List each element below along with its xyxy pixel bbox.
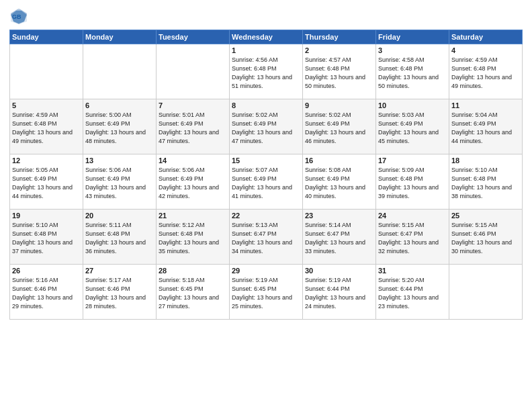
calendar-cell: 19Sunrise: 5:10 AMSunset: 6:48 PMDayligh… [10,210,83,265]
calendar-cell: 12Sunrise: 5:05 AMSunset: 6:49 PMDayligh… [10,154,83,210]
day-number: 2 [305,46,373,54]
day-info: Sunrise: 5:03 AMSunset: 6:49 PMDaylight:… [378,111,447,146]
calendar-cell [83,44,157,99]
calendar-cell: 31Sunrise: 5:20 AMSunset: 6:44 PMDayligh… [376,265,449,320]
day-info: Sunrise: 5:02 AMSunset: 6:49 PMDaylight:… [305,111,373,146]
day-number: 5 [12,101,81,109]
calendar-cell: 23Sunrise: 5:14 AMSunset: 6:47 PMDayligh… [303,210,376,265]
calendar-cell: 14Sunrise: 5:06 AMSunset: 6:49 PMDayligh… [157,154,230,210]
calendar-cell: 21Sunrise: 5:12 AMSunset: 6:48 PMDayligh… [157,210,230,265]
day-info: Sunrise: 5:13 AMSunset: 6:47 PMDaylight:… [232,221,300,256]
day-info: Sunrise: 5:10 AMSunset: 6:48 PMDaylight:… [12,221,81,256]
calendar-cell: 18Sunrise: 5:10 AMSunset: 6:48 PMDayligh… [449,154,523,210]
calendar-cell: 1Sunrise: 4:56 AMSunset: 6:48 PMDaylight… [230,44,303,99]
weekday-header: Monday [83,30,157,44]
calendar-cell: 11Sunrise: 5:04 AMSunset: 6:49 PMDayligh… [449,99,523,154]
day-number: 30 [305,267,373,275]
weekday-row: SundayMondayTuesdayWednesdayThursdayFrid… [10,30,523,44]
day-number: 19 [12,212,81,220]
day-number: 24 [378,212,447,220]
day-info: Sunrise: 5:07 AMSunset: 6:49 PMDaylight:… [232,166,300,201]
page-container: GB SundayMondayTuesdayWednesdayThursdayF… [0,0,532,411]
day-number: 8 [232,101,300,109]
day-number: 23 [305,212,373,220]
day-info: Sunrise: 4:56 AMSunset: 6:48 PMDaylight:… [232,56,300,91]
day-number: 16 [305,156,373,165]
day-info: Sunrise: 5:06 AMSunset: 6:49 PMDaylight:… [159,166,227,201]
day-info: Sunrise: 5:11 AMSunset: 6:48 PMDaylight:… [85,221,154,256]
day-number: 3 [378,46,447,54]
day-info: Sunrise: 4:57 AMSunset: 6:48 PMDaylight:… [305,56,373,91]
day-info: Sunrise: 5:05 AMSunset: 6:49 PMDaylight:… [12,166,81,201]
day-number: 15 [232,156,300,165]
calendar-cell: 4Sunrise: 4:59 AMSunset: 6:48 PMDaylight… [449,44,523,99]
day-number: 14 [159,156,227,165]
day-info: Sunrise: 5:19 AMSunset: 6:45 PMDaylight:… [232,276,300,311]
calendar-header: SundayMondayTuesdayWednesdayThursdayFrid… [10,30,523,44]
day-number: 22 [232,212,300,220]
day-info: Sunrise: 5:02 AMSunset: 6:49 PMDaylight:… [232,111,300,146]
logo-icon: GB [9,7,28,26]
calendar-week-row: 5Sunrise: 4:59 AMSunset: 6:48 PMDaylight… [10,99,523,154]
day-info: Sunrise: 5:15 AMSunset: 6:46 PMDaylight:… [451,221,520,256]
day-info: Sunrise: 5:01 AMSunset: 6:49 PMDaylight:… [159,111,227,146]
calendar-cell [449,265,523,320]
calendar-cell: 5Sunrise: 4:59 AMSunset: 6:48 PMDaylight… [10,99,83,154]
day-info: Sunrise: 4:58 AMSunset: 6:48 PMDaylight:… [378,56,447,91]
day-number: 4 [451,46,520,54]
calendar-week-row: 12Sunrise: 5:05 AMSunset: 6:49 PMDayligh… [10,154,523,210]
calendar-cell: 7Sunrise: 5:01 AMSunset: 6:49 PMDaylight… [157,99,230,154]
calendar-cell: 9Sunrise: 5:02 AMSunset: 6:49 PMDaylight… [303,99,376,154]
calendar-week-row: 26Sunrise: 5:16 AMSunset: 6:46 PMDayligh… [10,265,523,320]
day-number: 17 [378,156,447,165]
calendar-cell: 28Sunrise: 5:18 AMSunset: 6:45 PMDayligh… [157,265,230,320]
day-number: 25 [451,212,520,220]
day-number: 21 [159,212,227,220]
calendar-cell: 27Sunrise: 5:17 AMSunset: 6:46 PMDayligh… [83,265,157,320]
day-info: Sunrise: 5:15 AMSunset: 6:47 PMDaylight:… [378,221,447,256]
day-info: Sunrise: 5:00 AMSunset: 6:49 PMDaylight:… [85,111,154,146]
calendar-cell: 29Sunrise: 5:19 AMSunset: 6:45 PMDayligh… [230,265,303,320]
calendar-cell: 16Sunrise: 5:08 AMSunset: 6:49 PMDayligh… [303,154,376,210]
day-number: 20 [85,212,154,220]
calendar-cell: 13Sunrise: 5:06 AMSunset: 6:49 PMDayligh… [83,154,157,210]
day-number: 9 [305,101,373,109]
calendar-cell [10,44,83,99]
weekday-header: Tuesday [157,30,230,44]
weekday-header: Wednesday [230,30,303,44]
day-number: 11 [451,101,520,109]
day-number: 12 [12,156,81,165]
day-number: 1 [232,46,300,54]
day-number: 7 [159,101,227,109]
weekday-header: Thursday [303,30,376,44]
day-info: Sunrise: 5:08 AMSunset: 6:49 PMDaylight:… [305,166,373,201]
day-number: 6 [85,101,154,109]
calendar-week-row: 19Sunrise: 5:10 AMSunset: 6:48 PMDayligh… [10,210,523,265]
calendar-cell: 25Sunrise: 5:15 AMSunset: 6:46 PMDayligh… [449,210,523,265]
header: GB [9,7,523,26]
calendar-cell: 8Sunrise: 5:02 AMSunset: 6:49 PMDaylight… [230,99,303,154]
calendar-cell: 26Sunrise: 5:16 AMSunset: 6:46 PMDayligh… [10,265,83,320]
day-info: Sunrise: 5:20 AMSunset: 6:44 PMDaylight:… [378,276,447,311]
calendar-cell [157,44,230,99]
weekday-header: Saturday [449,30,523,44]
calendar-cell: 6Sunrise: 5:00 AMSunset: 6:49 PMDaylight… [83,99,157,154]
calendar-body: 1Sunrise: 4:56 AMSunset: 6:48 PMDaylight… [10,44,523,320]
calendar-week-row: 1Sunrise: 4:56 AMSunset: 6:48 PMDaylight… [10,44,523,99]
day-number: 10 [378,101,447,109]
day-info: Sunrise: 5:19 AMSunset: 6:44 PMDaylight:… [305,276,373,311]
calendar-cell: 24Sunrise: 5:15 AMSunset: 6:47 PMDayligh… [376,210,449,265]
day-info: Sunrise: 5:09 AMSunset: 6:48 PMDaylight:… [378,166,447,201]
day-info: Sunrise: 5:12 AMSunset: 6:48 PMDaylight:… [159,221,227,256]
weekday-header: Sunday [10,30,83,44]
day-number: 13 [85,156,154,165]
day-info: Sunrise: 4:59 AMSunset: 6:48 PMDaylight:… [12,111,81,146]
calendar-cell: 3Sunrise: 4:58 AMSunset: 6:48 PMDaylight… [376,44,449,99]
calendar-cell: 15Sunrise: 5:07 AMSunset: 6:49 PMDayligh… [230,154,303,210]
calendar-cell: 30Sunrise: 5:19 AMSunset: 6:44 PMDayligh… [303,265,376,320]
calendar-cell: 17Sunrise: 5:09 AMSunset: 6:48 PMDayligh… [376,154,449,210]
svg-text:GB: GB [12,13,21,20]
calendar-cell: 2Sunrise: 4:57 AMSunset: 6:48 PMDaylight… [303,44,376,99]
day-info: Sunrise: 5:10 AMSunset: 6:48 PMDaylight:… [451,166,520,201]
day-number: 31 [378,267,447,275]
